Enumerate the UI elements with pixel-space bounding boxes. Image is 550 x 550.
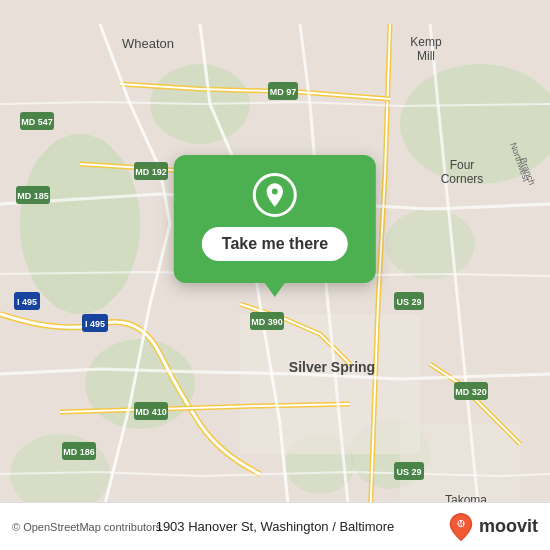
take-me-there-button[interactable]: Take me there bbox=[202, 227, 348, 261]
svg-text:MD 390: MD 390 bbox=[251, 317, 283, 327]
svg-text:Kemp: Kemp bbox=[410, 35, 442, 49]
svg-text:MD 410: MD 410 bbox=[135, 407, 167, 417]
svg-text:US 29: US 29 bbox=[396, 467, 421, 477]
location-icon-circle bbox=[253, 173, 297, 217]
svg-text:Four: Four bbox=[450, 158, 475, 172]
svg-point-1 bbox=[20, 134, 140, 314]
moovit-logo-icon: M bbox=[447, 513, 475, 541]
svg-text:MD 192: MD 192 bbox=[135, 167, 167, 177]
svg-text:MD 97: MD 97 bbox=[270, 87, 297, 97]
location-pin-icon bbox=[261, 181, 289, 209]
svg-point-5 bbox=[385, 209, 475, 279]
svg-text:M: M bbox=[458, 520, 463, 527]
svg-text:I 495: I 495 bbox=[17, 297, 37, 307]
popup-card: Take me there bbox=[174, 155, 376, 283]
svg-text:MD 320: MD 320 bbox=[455, 387, 487, 397]
moovit-logo: M moovit bbox=[447, 513, 538, 541]
svg-text:MD 547: MD 547 bbox=[21, 117, 53, 127]
svg-text:I 495: I 495 bbox=[85, 319, 105, 329]
attribution-text: © OpenStreetMap contributors bbox=[12, 521, 161, 533]
svg-text:Silver Spring: Silver Spring bbox=[289, 359, 375, 375]
svg-point-47 bbox=[272, 189, 278, 195]
svg-text:Wheaton: Wheaton bbox=[122, 36, 174, 51]
svg-text:Corners: Corners bbox=[441, 172, 484, 186]
moovit-brand-text: moovit bbox=[479, 516, 538, 537]
map-container: Northwest Branch MD 547 MD 97 MD 192 MD … bbox=[0, 0, 550, 550]
bottom-bar: © OpenStreetMap contributors 1903 Hanove… bbox=[0, 502, 550, 550]
svg-text:Mill: Mill bbox=[417, 49, 435, 63]
address-label: 1903 Hanover St, Washington / Baltimore bbox=[156, 519, 395, 534]
svg-text:MD 185: MD 185 bbox=[17, 191, 49, 201]
svg-text:MD 186: MD 186 bbox=[63, 447, 95, 457]
svg-text:US 29: US 29 bbox=[396, 297, 421, 307]
